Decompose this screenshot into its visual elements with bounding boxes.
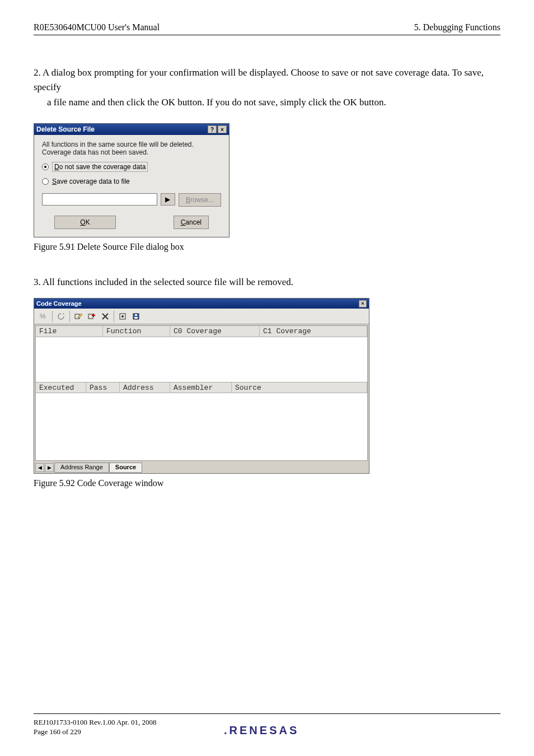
svg-rect-7: [135, 314, 137, 316]
option-save-to-file[interactable]: Save coverage data to file: [42, 178, 221, 185]
radio-do-not-save[interactable]: [42, 164, 49, 170]
radio-save-to-file[interactable]: [42, 178, 49, 185]
edit-range-icon[interactable]: [72, 310, 85, 323]
dialog-message-line2: Coverage data has not been saved.: [42, 148, 221, 156]
cc-bottom-body: [36, 393, 367, 460]
tab-source[interactable]: Source: [109, 463, 142, 473]
dialog-title: Delete Source File: [36, 125, 95, 133]
col-file[interactable]: File: [36, 326, 103, 337]
refresh-icon[interactable]: [55, 310, 67, 323]
file-path-input[interactable]: [42, 193, 157, 206]
col-assembler[interactable]: Assembler: [170, 382, 232, 393]
browse-button[interactable]: Browse...: [179, 193, 221, 207]
close-button[interactable]: ×: [218, 125, 227, 133]
cc-close-button[interactable]: ×: [359, 300, 367, 307]
svg-rect-6: [134, 317, 138, 319]
add-range-icon[interactable]: [86, 310, 98, 323]
col-address[interactable]: Address: [120, 382, 170, 393]
label-save-to-file: Save coverage data to file: [52, 178, 130, 185]
step2-line1: 2. A dialog box prompting for your confi…: [34, 66, 500, 95]
help-button[interactable]: ?: [208, 125, 217, 133]
renesas-logo: .RENESAS: [224, 724, 299, 737]
tab-nav-prev[interactable]: ◀: [35, 463, 44, 472]
clear-icon[interactable]: [116, 310, 129, 323]
cancel-button[interactable]: Cancel: [174, 216, 209, 229]
col-function[interactable]: Function: [103, 326, 170, 337]
save-icon[interactable]: [130, 310, 142, 323]
step3-text: 3. All functions included in the selecte…: [34, 277, 500, 288]
col-executed[interactable]: Executed: [36, 382, 86, 393]
code-coverage-window: Code Coverage × % File Function C0 Cover…: [34, 298, 369, 474]
svg-point-4: [121, 315, 124, 318]
cc-title: Code Coverage: [36, 300, 82, 307]
play-icon: ▶: [165, 195, 170, 203]
percent-icon[interactable]: %: [38, 310, 50, 323]
col-c0[interactable]: C0 Coverage: [170, 326, 260, 337]
cc-bottom-columns: Executed Pass Address Assembler Source: [36, 382, 367, 393]
dialog-message-line1: All functions in the same source file wi…: [42, 141, 221, 148]
step2-line2: a file name and then click the OK button…: [34, 95, 500, 110]
dialog-message: All functions in the same source file wi…: [42, 141, 221, 156]
tab-nav-next[interactable]: ▶: [45, 463, 54, 472]
figure-592-caption: Figure 5.92 Code Coverage window: [34, 478, 500, 488]
svg-text:%: %: [40, 312, 46, 320]
cc-toolbar: %: [34, 309, 369, 324]
figure-591-caption: Figure 5.91 Delete Source File dialog bo…: [34, 242, 500, 252]
dialog-titlebar: Delete Source File ? ×: [34, 124, 229, 135]
mru-button[interactable]: ▶: [161, 193, 175, 206]
cc-top-pane: File Function C0 Coverage C1 Coverage Ex…: [35, 325, 368, 461]
header-right: 5. Debugging Functions: [414, 22, 500, 32]
col-source[interactable]: Source: [232, 382, 367, 393]
cc-titlebar: Code Coverage ×: [34, 298, 369, 309]
delete-source-file-dialog: Delete Source File ? × All functions in …: [34, 123, 229, 237]
option-do-not-save[interactable]: Do not save the coverage data: [42, 162, 221, 172]
step2-text: 2. A dialog box prompting for your confi…: [34, 66, 500, 110]
col-pass[interactable]: Pass: [86, 382, 120, 393]
ok-button[interactable]: OK: [54, 216, 116, 229]
tab-address-range[interactable]: Address Range: [54, 463, 109, 473]
label-do-not-save: Do not save the coverage data: [52, 162, 148, 172]
cc-top-body: [36, 337, 367, 382]
cc-top-columns: File Function C0 Coverage C1 Coverage: [36, 326, 367, 337]
delete-range-icon[interactable]: [99, 310, 111, 323]
page-footer: REJ10J1733-0100 Rev.1.00 Apr. 01, 2008 P…: [34, 713, 500, 737]
cc-tabs: ◀ ▶ Address Range Source: [34, 462, 369, 473]
header-left: R0E530640MCU00 User's Manual: [34, 22, 160, 32]
col-c1[interactable]: C1 Coverage: [260, 326, 367, 337]
